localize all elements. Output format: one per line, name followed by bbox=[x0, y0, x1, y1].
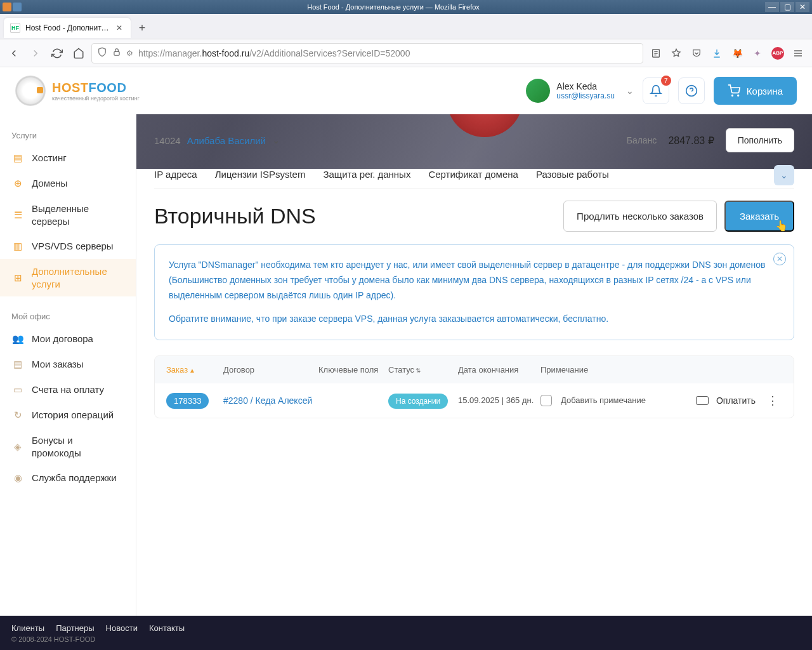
sidebar-item-orders[interactable]: ▤Мои заказы bbox=[0, 352, 136, 377]
extension-1-icon[interactable]: 🦊 bbox=[728, 44, 746, 62]
sidebar-item-hosting[interactable]: ▤Хостинг bbox=[0, 145, 136, 171]
footer: Клиенты Партнеры Новости Контакты © 2008… bbox=[0, 616, 812, 650]
account-selector[interactable]: 14024 Алибаба Василий ⌄ bbox=[154, 135, 280, 146]
sidebar-item-dedicated[interactable]: ☰Выделенные серверы bbox=[0, 196, 136, 234]
window-title: Host Food - Дополнительные услуги — Mozi… bbox=[22, 3, 765, 11]
sidebar-item-invoices[interactable]: ▭Счета на оплату bbox=[0, 377, 136, 402]
minimize-button[interactable]: — bbox=[765, 2, 779, 12]
order-badge[interactable]: 178333 bbox=[166, 393, 209, 409]
footer-link-news[interactable]: Новости bbox=[106, 623, 138, 633]
svg-point-3 bbox=[732, 95, 733, 96]
vps-icon: ▥ bbox=[11, 240, 24, 253]
download-icon[interactable] bbox=[708, 44, 726, 62]
footer-link-partners[interactable]: Партнеры bbox=[56, 623, 94, 633]
balance-label: Баланс bbox=[627, 135, 657, 145]
info-paragraph-2: Обратите внимание, что при заказе сервер… bbox=[169, 312, 780, 327]
service-tabs: IP адреса Лицензии ISPsystem Защита рег.… bbox=[154, 169, 794, 189]
add-note-link[interactable]: Добавить примечание bbox=[561, 395, 646, 406]
tab-onetime[interactable]: Разовые работы bbox=[536, 169, 609, 180]
svg-point-4 bbox=[738, 95, 739, 96]
account-name: Алибаба Василий bbox=[187, 135, 266, 146]
extension-2-icon[interactable]: ✦ bbox=[749, 44, 766, 62]
tab-whois[interactable]: Защита рег. данных bbox=[323, 169, 410, 180]
th-contract[interactable]: Договор bbox=[223, 365, 318, 375]
tab-close-button[interactable]: ✕ bbox=[114, 23, 124, 33]
user-name: Alex Keda bbox=[556, 81, 615, 91]
user-menu[interactable]: Alex Keda ussr@lissyara.su ⌄ bbox=[526, 79, 634, 103]
forward-button[interactable] bbox=[27, 44, 44, 62]
close-window-button[interactable]: ✕ bbox=[796, 2, 809, 12]
new-tab-button[interactable]: + bbox=[133, 19, 151, 37]
table-row: 178333 #2280 / Кеда Алексей На создании … bbox=[155, 383, 794, 418]
footer-link-contacts[interactable]: Контакты bbox=[149, 623, 185, 633]
card-icon bbox=[696, 396, 709, 405]
sort-icon: ⇅ bbox=[416, 367, 421, 374]
expiry-date: 15.09.2025 | 365 дн. bbox=[458, 395, 534, 405]
back-button[interactable] bbox=[5, 44, 23, 62]
invoice-icon: ▭ bbox=[11, 383, 24, 396]
footer-link-clients[interactable]: Клиенты bbox=[11, 623, 44, 633]
cart-label: Корзина bbox=[747, 86, 783, 96]
history-icon: ↻ bbox=[11, 409, 24, 421]
tab-ip[interactable]: IP адреса bbox=[154, 169, 197, 180]
pocket-icon[interactable] bbox=[688, 44, 705, 62]
browser-tab[interactable]: HF Host Food - Дополнительны ✕ bbox=[4, 18, 131, 38]
abp-icon[interactable]: ABP bbox=[769, 44, 787, 62]
order-button[interactable]: Заказать👆 bbox=[724, 201, 794, 232]
logo-text-2: FOOD bbox=[89, 81, 127, 95]
th-order[interactable]: Заказ▲ bbox=[166, 365, 223, 375]
info-close-button[interactable]: ✕ bbox=[773, 253, 786, 265]
reload-button[interactable] bbox=[48, 44, 66, 62]
tabs-expand-button[interactable]: ⌄ bbox=[774, 165, 794, 185]
note-icon[interactable] bbox=[540, 395, 552, 406]
th-date[interactable]: Дата окончания bbox=[458, 365, 540, 375]
account-id: 14024 bbox=[154, 135, 181, 146]
avatar bbox=[526, 79, 550, 103]
chevron-down-icon: ⌄ bbox=[626, 86, 634, 96]
tab-strip: HF Host Food - Дополнительны ✕ + bbox=[0, 14, 812, 39]
hosting-icon: ▤ bbox=[11, 152, 24, 164]
sidebar-item-support[interactable]: ◉Служба поддержки bbox=[0, 465, 136, 491]
firefox-icon bbox=[3, 3, 11, 11]
notifications-button[interactable]: 7 bbox=[643, 77, 669, 104]
info-paragraph-1: Услуга "DNSmanager" необходима тем кто а… bbox=[169, 258, 780, 303]
notification-badge: 7 bbox=[661, 76, 671, 86]
globe-icon: ⊕ bbox=[11, 177, 24, 190]
bookmark-icon[interactable] bbox=[667, 44, 685, 62]
th-status[interactable]: Статус⇅ bbox=[388, 365, 458, 375]
sidebar-item-history[interactable]: ↻История операций bbox=[0, 402, 136, 428]
row-more-button[interactable]: ⋮ bbox=[763, 394, 782, 408]
logo[interactable]: HOSTFOOD качественный недорогой хостинг bbox=[15, 76, 140, 106]
help-button[interactable] bbox=[678, 77, 705, 104]
pay-button[interactable]: Оплатить bbox=[716, 395, 756, 406]
shield-icon bbox=[97, 47, 107, 59]
sidebar-item-additional[interactable]: ⊞Дополнительные услуги bbox=[0, 259, 136, 296]
logo-subtitle: качественный недорогой хостинг bbox=[52, 95, 140, 102]
tab-ssl[interactable]: Сертификат домена bbox=[428, 169, 518, 180]
sidebar-item-contracts[interactable]: 👥Мои договора bbox=[0, 326, 136, 352]
reader-icon[interactable] bbox=[647, 44, 665, 62]
th-keys[interactable]: Ключевые поля bbox=[318, 365, 388, 375]
sort-asc-icon: ▲ bbox=[189, 367, 195, 374]
cart-icon bbox=[728, 84, 740, 97]
tab-isp[interactable]: Лицензии ISPsystem bbox=[215, 169, 306, 180]
contract-link[interactable]: #2280 / Кеда Алексей bbox=[223, 395, 312, 406]
cart-button[interactable]: Корзина bbox=[714, 77, 797, 105]
th-note[interactable]: Примечание bbox=[540, 365, 655, 375]
home-button[interactable] bbox=[70, 44, 88, 62]
maximize-button[interactable]: ▢ bbox=[780, 2, 794, 12]
logo-icon bbox=[15, 76, 46, 106]
sidebar-item-domains[interactable]: ⊕Домены bbox=[0, 171, 136, 196]
sidebar-item-bonuses[interactable]: ◈Бонусы и промокоды bbox=[0, 428, 136, 465]
menu-button[interactable] bbox=[789, 44, 807, 62]
topup-button[interactable]: Пополнить bbox=[726, 128, 794, 152]
chevron-down-icon: ⌄ bbox=[272, 135, 280, 146]
server-icon: ☰ bbox=[11, 209, 24, 222]
browser-nav-bar: ⚙ https://manager.host-food.ru/v2/Additi… bbox=[0, 39, 812, 67]
support-icon: ◉ bbox=[11, 472, 24, 484]
extend-orders-button[interactable]: Продлить несколько заказов bbox=[563, 201, 717, 232]
url-bar[interactable]: ⚙ https://manager.host-food.ru/v2/Additi… bbox=[91, 43, 643, 63]
sidebar-item-vps[interactable]: ▥VPS/VDS серверы bbox=[0, 234, 136, 259]
table-header: Заказ▲ Договор Ключевые поля Статус⇅ Дат… bbox=[155, 356, 794, 383]
logo-text-1: HOST bbox=[52, 81, 89, 95]
